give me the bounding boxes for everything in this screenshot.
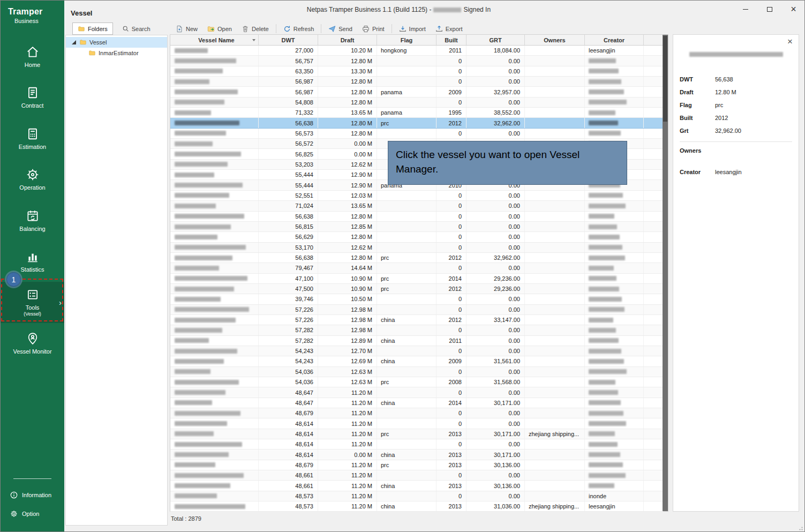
- sidebar-item-balancing[interactable]: Balancing: [1, 200, 64, 241]
- maximize-button[interactable]: [757, 1, 781, 18]
- table-row[interactable]: 48,57311.20 M00.00inonde: [170, 491, 663, 501]
- table-row[interactable]: 56,63812.80 M00.00: [170, 212, 663, 222]
- table-row[interactable]: 47,10010.90 Mprc201429,236.00: [170, 274, 663, 284]
- table-row[interactable]: 56,98712.80 Mpanama200932,957.00: [170, 87, 663, 97]
- tree-item-inmarestimator[interactable]: InmarEstimator: [66, 48, 167, 58]
- sidebar-item-information[interactable]: Information: [1, 485, 64, 504]
- table-row[interactable]: 48,57311.20 Mchina201331,036.00zhejiang …: [170, 501, 663, 512]
- table-row[interactable]: 56,57312.80 M00.00: [170, 129, 663, 139]
- table-row[interactable]: 48,61411.20 Mprc201330,171.00zhejiang sh…: [170, 429, 663, 439]
- column-header-draft[interactable]: Draft: [318, 35, 377, 45]
- sidebar-item-option[interactable]: Option: [1, 504, 64, 523]
- cell-draft: 12.80 M: [318, 232, 377, 242]
- column-header-vessel-name[interactable]: Vessel Name: [170, 35, 259, 45]
- table-row[interactable]: 54,24312.70 M00.00: [170, 346, 663, 356]
- sidebar-item-operation[interactable]: Operation: [1, 159, 64, 200]
- title-bar[interactable]: Netpas Tramper Business 1.1 (Build 1125)…: [64, 1, 805, 19]
- tree-item-vessel[interactable]: Vessel: [66, 37, 167, 48]
- delete-button[interactable]: Delete: [237, 23, 274, 35]
- tree-expand-icon[interactable]: [71, 40, 77, 44]
- table-row[interactable]: 57,28212.98 M00.00: [170, 325, 663, 335]
- table-row[interactable]: 57,28212.89 Mchina20110.00: [170, 336, 663, 346]
- table-row[interactable]: 56,75712.80 M00.00: [170, 56, 663, 66]
- resize-grip[interactable]: [798, 525, 803, 530]
- table-row[interactable]: 56,81512.85 M00.00: [170, 222, 663, 232]
- cell-draft: 10.20 M: [318, 46, 377, 55]
- table-row[interactable]: 48,61411.20 M00.00: [170, 418, 663, 429]
- cell-filler: [644, 253, 663, 263]
- table-row[interactable]: 56,98712.80 M00.00: [170, 77, 663, 87]
- table-row[interactable]: 27,00010.20 Mhongkong201118,084.00leesan…: [170, 46, 663, 56]
- table-row[interactable]: 48,67911.20 Mprc201330,136.00: [170, 460, 663, 470]
- table-row[interactable]: 79,46714.64 M00.00: [170, 263, 663, 273]
- column-header-owners[interactable]: Owners: [525, 35, 585, 45]
- import-button[interactable]: Import: [394, 23, 431, 35]
- detail-field-label: Grt: [680, 128, 715, 134]
- table-row[interactable]: 56,63812.80 Mprc201232,962.00: [170, 118, 663, 128]
- column-header-creator[interactable]: Creator: [585, 35, 644, 45]
- vertical-scrollbar[interactable]: [663, 35, 668, 511]
- table-row[interactable]: 54,24312.69 Mchina200931,561.00: [170, 356, 663, 366]
- table-row[interactable]: 48,67911.20 M00.00: [170, 408, 663, 418]
- table-row[interactable]: 47,50010.90 Mprc201229,236.00: [170, 284, 663, 294]
- table-row[interactable]: 57,22612.98 Mchina201233,147.00: [170, 315, 663, 325]
- tab-folders[interactable]: Folders: [72, 23, 113, 35]
- table-row[interactable]: 53,17012.62 M00.00: [170, 243, 663, 253]
- table-row[interactable]: 48,66111.20 Mchina201330,136.00: [170, 481, 663, 491]
- cell-built: 0: [437, 201, 467, 211]
- table-row[interactable]: 48,6140.00 Mchina201330,171.00: [170, 449, 663, 460]
- column-header-flag[interactable]: Flag: [377, 35, 437, 45]
- scrollbar-thumb[interactable]: [663, 36, 667, 122]
- cell-draft: 13.65 M: [318, 108, 377, 117]
- print-button[interactable]: Print: [357, 23, 389, 35]
- window-title-prefix: Netpas Tramper Business 1.1 (Build 1125)…: [307, 6, 432, 13]
- column-header-grt[interactable]: GRT: [467, 35, 525, 45]
- cell-draft: 11.20 M: [318, 491, 377, 501]
- sidebar-item-home[interactable]: Home: [1, 36, 64, 77]
- table-row[interactable]: 71,02413.65 M00.00: [170, 201, 663, 211]
- creator-text: leesangjin: [589, 503, 615, 509]
- column-header-label: Built: [445, 37, 457, 43]
- sidebar-item-tools[interactable]: Tools(Vessel)›: [1, 282, 64, 323]
- tab-search[interactable]: Search: [117, 23, 155, 35]
- column-header-dwt[interactable]: DWT: [259, 35, 318, 45]
- table-row[interactable]: 56,62912.80 M00.00: [170, 232, 663, 242]
- cell-built: 0: [437, 129, 467, 138]
- table-row[interactable]: 63,35013.30 M00.00: [170, 66, 663, 77]
- sidebar-item-vessel-monitor[interactable]: Vessel Monitor: [1, 323, 64, 364]
- redacted-vessel-name: [175, 338, 209, 343]
- table-row[interactable]: 54,03612.63 M00.00: [170, 367, 663, 377]
- send-button[interactable]: Send: [323, 23, 357, 35]
- sidebar-item-estimation[interactable]: Estimation: [1, 118, 64, 159]
- table-row[interactable]: 56,63812.80 Mprc201232,962.00: [170, 253, 663, 263]
- details-close-icon[interactable]: ×: [785, 36, 795, 47]
- cell-filler: [644, 274, 663, 283]
- table-row[interactable]: 54,80812.80 M00.00: [170, 98, 663, 108]
- table-row[interactable]: 54,03612.63 Mprc200831,568.00: [170, 377, 663, 387]
- sidebar-item-sublabel: (Vessel): [24, 311, 41, 317]
- balancing-icon: [26, 209, 40, 223]
- cell-grt: 0.00: [467, 56, 525, 65]
- table-row[interactable]: 57,22612.98 M00.00: [170, 305, 663, 315]
- table-row[interactable]: 48,64711.20 M00.00: [170, 387, 663, 398]
- export-button[interactable]: Export: [431, 23, 468, 35]
- sidebar-item-contract[interactable]: Contract: [1, 77, 64, 118]
- table-row[interactable]: 71,33213.65 Mpanama199538,552.00: [170, 108, 663, 118]
- refresh-button[interactable]: Refresh: [279, 23, 319, 35]
- open-button[interactable]: Open: [202, 23, 237, 35]
- cell-dwt: 48,647: [259, 387, 318, 397]
- redacted-account-name: [433, 8, 461, 12]
- column-header-built[interactable]: Built: [437, 35, 467, 45]
- table-row[interactable]: 48,61411.20 M00.00: [170, 439, 663, 449]
- table-row[interactable]: 39,74610.50 M00.00: [170, 294, 663, 304]
- table-row[interactable]: 52,55112.03 M00.00: [170, 191, 663, 201]
- table-row[interactable]: 48,64711.20 Mchina201430,171.00: [170, 398, 663, 408]
- cell-owners: [525, 449, 585, 459]
- filter-dropdown-icon[interactable]: [252, 39, 255, 41]
- table-row[interactable]: 48,66111.20 M00.00: [170, 470, 663, 481]
- close-button[interactable]: ×: [781, 1, 805, 18]
- cell-draft: 12.63 M: [318, 367, 377, 377]
- minimize-button[interactable]: [733, 1, 757, 18]
- cell-flag: [377, 346, 437, 356]
- new-button[interactable]: New: [171, 23, 202, 35]
